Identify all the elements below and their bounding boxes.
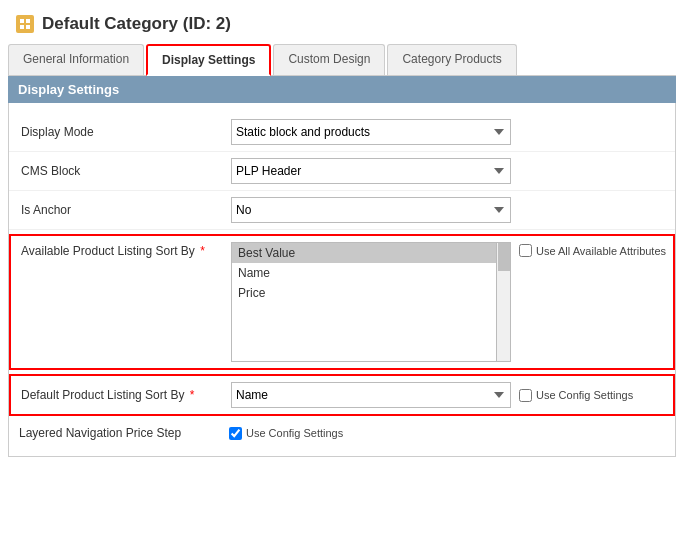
scrollbar-track	[496, 243, 510, 361]
use-all-attributes-checkbox[interactable]	[519, 244, 532, 257]
svg-rect-1	[26, 19, 30, 23]
category-icon	[16, 15, 34, 33]
cms-block-row: CMS Block PLP Header	[9, 152, 675, 191]
scrollbar-thumb[interactable]	[498, 243, 510, 271]
default-sort-control: Best Value Name Price Use Config Setting…	[231, 382, 663, 408]
tab-category[interactable]: Category Products	[387, 44, 516, 75]
page-header: Default Category (ID: 2)	[8, 8, 676, 44]
display-mode-label: Display Mode	[21, 125, 231, 139]
default-sort-select[interactable]: Best Value Name Price	[231, 382, 511, 408]
tabs-row: General Information Display Settings Cus…	[8, 44, 676, 76]
available-sort-row: Available Product Listing Sort By * Best…	[9, 234, 675, 370]
use-config-settings-checkbox[interactable]	[519, 389, 532, 402]
section-header: Display Settings	[8, 76, 676, 103]
sort-item-best-value[interactable]: Best Value	[232, 243, 510, 263]
default-sort-label: Default Product Listing Sort By *	[21, 388, 231, 402]
tab-custom[interactable]: Custom Design	[273, 44, 385, 75]
is-anchor-select[interactable]: No Yes	[231, 197, 511, 223]
display-mode-control: Static block and products Products only …	[231, 119, 663, 145]
svg-rect-3	[26, 25, 30, 29]
available-sort-listbox-container: Best Value Name Price	[231, 242, 511, 362]
layered-nav-row: Layered Navigation Price Step Use Config…	[9, 420, 675, 446]
page-wrapper: Default Category (ID: 2) General Informa…	[0, 0, 684, 533]
form-body: Display Mode Static block and products P…	[8, 103, 676, 457]
available-sort-listbox: Best Value Name Price	[231, 242, 511, 362]
available-sort-label: Available Product Listing Sort By *	[21, 242, 231, 258]
cms-block-control: PLP Header	[231, 158, 663, 184]
use-config-settings-label: Use Config Settings	[536, 389, 633, 401]
sort-item-price[interactable]: Price	[232, 283, 510, 303]
display-mode-select[interactable]: Static block and products Products only …	[231, 119, 511, 145]
layered-nav-label: Layered Navigation Price Step	[19, 426, 229, 440]
page-title: Default Category (ID: 2)	[42, 14, 231, 34]
use-config-settings-wrap: Use Config Settings	[519, 389, 633, 402]
tab-display[interactable]: Display Settings	[146, 44, 271, 76]
display-mode-row: Display Mode Static block and products P…	[9, 113, 675, 152]
tab-general[interactable]: General Information	[8, 44, 144, 75]
svg-rect-0	[20, 19, 24, 23]
available-sort-control: Best Value Name Price Use All Available …	[231, 242, 666, 362]
layered-nav-control: Use Config Settings	[229, 427, 665, 440]
layered-use-config-wrap: Use Config Settings	[229, 427, 343, 440]
layered-use-config-checkbox[interactable]	[229, 427, 242, 440]
use-all-attributes-wrap: Use All Available Attributes	[519, 244, 666, 257]
use-all-attributes-label: Use All Available Attributes	[536, 245, 666, 257]
cms-block-select[interactable]: PLP Header	[231, 158, 511, 184]
cms-block-label: CMS Block	[21, 164, 231, 178]
sort-item-name[interactable]: Name	[232, 263, 510, 283]
layered-use-config-label: Use Config Settings	[246, 427, 343, 439]
is-anchor-label: Is Anchor	[21, 203, 231, 217]
default-sort-row: Default Product Listing Sort By * Best V…	[9, 374, 675, 416]
svg-rect-2	[20, 25, 24, 29]
is-anchor-row: Is Anchor No Yes	[9, 191, 675, 230]
is-anchor-control: No Yes	[231, 197, 663, 223]
